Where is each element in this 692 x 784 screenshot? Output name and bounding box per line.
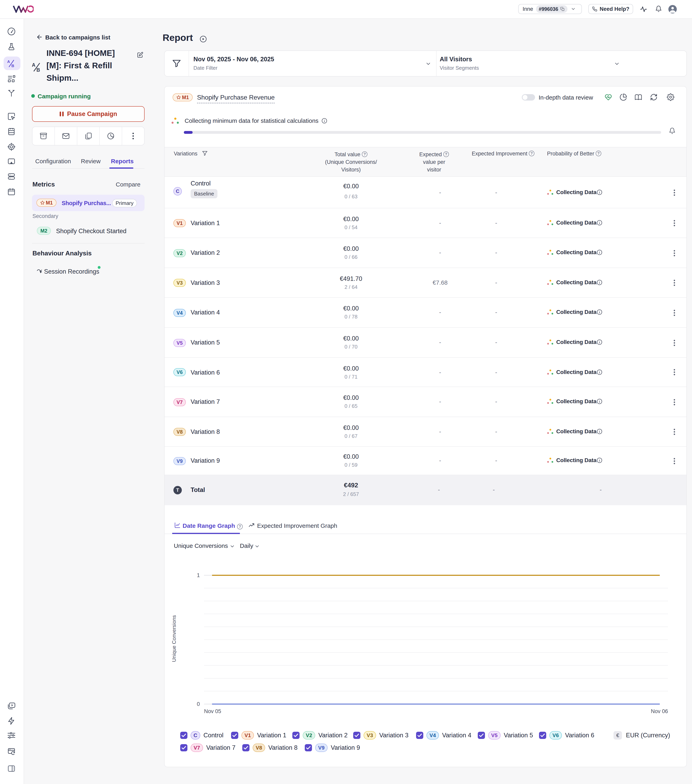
svg-text:A: A [32,63,35,68]
svg-text:Unique Conversions: Unique Conversions [171,615,177,662]
svg-text:Nov 05: Nov 05 [204,708,221,714]
svg-text:B: B [12,64,14,68]
svg-text:A: A [7,59,10,64]
svg-text:Nov 06: Nov 06 [651,708,668,714]
svg-text:1: 1 [197,572,200,578]
svg-text:B: B [36,67,40,72]
svg-text:0: 0 [197,701,200,707]
